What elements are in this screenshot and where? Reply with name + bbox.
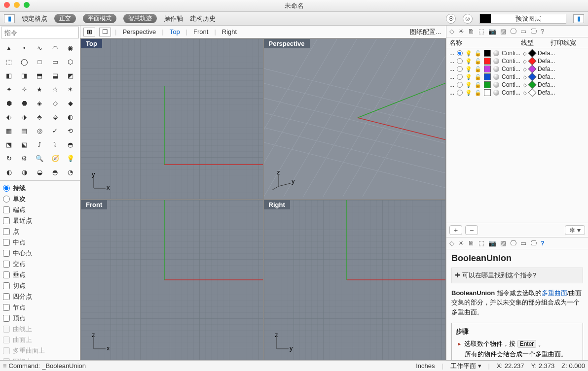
linetype[interactable]: Conti... <box>502 81 520 88</box>
tool-button-0[interactable]: ▲ <box>2 41 16 54</box>
lock-icon[interactable]: 🔓 <box>475 89 481 96</box>
view-perspective[interactable]: Perspective <box>120 28 158 35</box>
doc-icon[interactable]: 🗎 <box>468 28 475 35</box>
tool-button-2[interactable]: ∿ <box>33 41 46 54</box>
tool-button-43[interactable]: 🧭 <box>48 152 62 165</box>
bulb-icon[interactable]: 💡 <box>465 89 472 96</box>
osnap-10[interactable]: 顶点 <box>3 313 77 324</box>
sidebar-right-toggle[interactable]: ▮ <box>573 14 584 23</box>
cplane[interactable]: 工作平面 ▾ <box>450 362 481 371</box>
printwidth[interactable]: Defa... <box>538 89 555 96</box>
tool-button-21[interactable]: ⬣ <box>17 97 31 109</box>
lock-icon[interactable]: 🔓 <box>475 50 481 57</box>
lock-icon[interactable]: 🔓 <box>475 66 481 72</box>
bulb-icon[interactable]: 💡 <box>465 66 472 72</box>
polysurface-link[interactable]: 多重曲面 <box>542 289 567 297</box>
layer-current-radio[interactable] <box>457 58 463 64</box>
tool-button-10[interactable]: ◧ <box>2 69 16 82</box>
layer-row-1[interactable]: ... 💡 🔓 Conti...◇ Defa... <box>447 57 587 65</box>
printwidth[interactable]: Defa... <box>538 50 555 57</box>
tool-button-7[interactable]: □ <box>33 55 46 68</box>
viewport-title[interactable]: Front <box>81 200 107 209</box>
bulb-icon[interactable]: 💡 <box>465 50 472 57</box>
history-toggle[interactable]: 建构历史 <box>190 14 216 23</box>
monitor-icon[interactable]: 🖵 <box>530 239 537 247</box>
sun-icon[interactable]: ☀ <box>458 239 464 247</box>
add-layer-button[interactable]: + <box>449 225 462 235</box>
tool-button-36[interactable]: ⬕ <box>17 138 31 151</box>
box-icon[interactable]: ⬚ <box>478 28 484 35</box>
layer-current-radio[interactable] <box>457 90 463 96</box>
viewport-title[interactable]: Top <box>81 39 102 48</box>
tool-button-17[interactable]: ★ <box>33 83 46 96</box>
tool-button-47[interactable]: ◒ <box>33 166 46 178</box>
tool-button-31[interactable]: ▤ <box>17 124 31 137</box>
osnap-mode-1[interactable]: 单次 <box>3 194 77 204</box>
remove-layer-button[interactable]: − <box>465 225 478 235</box>
osnap-2[interactable]: 点 <box>3 226 77 237</box>
tool-button-4[interactable]: ◉ <box>64 41 77 54</box>
bulb-icon[interactable]: 💡 <box>465 58 472 65</box>
osnap-9[interactable]: 节点 <box>3 302 77 313</box>
tool-button-28[interactable]: ⬙ <box>48 110 62 123</box>
linetype[interactable]: Conti... <box>502 66 520 72</box>
linetype[interactable]: Conti... <box>502 89 520 96</box>
display-icon[interactable]: 🖵 <box>510 28 516 35</box>
osnap-8[interactable]: 四分点 <box>3 291 77 302</box>
viewport-top[interactable]: Top xy <box>81 39 263 199</box>
linetype[interactable]: Conti... <box>502 50 520 57</box>
print-color[interactable] <box>528 57 537 66</box>
material-ball[interactable] <box>493 74 499 80</box>
smarttrack-toggle[interactable]: 智慧轨迹 <box>123 14 157 23</box>
tool-button-27[interactable]: ⬘ <box>33 110 46 123</box>
print-color[interactable] <box>528 65 537 73</box>
help-where[interactable]: ✚ 可以在哪里找到这个指令? <box>451 268 583 283</box>
tool-button-23[interactable]: ◇ <box>48 97 62 109</box>
tool-button-30[interactable]: ▦ <box>2 124 16 137</box>
planar-toggle[interactable]: 平面模式 <box>83 14 116 23</box>
camera-icon[interactable]: 📷 <box>488 28 496 35</box>
color-swatch[interactable] <box>484 73 491 80</box>
render-icon[interactable]: ▨ <box>500 28 506 35</box>
help-icon[interactable]: ? <box>541 239 545 247</box>
lock-grid[interactable]: 锁定格点 <box>22 14 47 23</box>
grid-icon[interactable]: ▭ <box>520 239 526 247</box>
color-swatch[interactable] <box>484 66 491 72</box>
bulb-icon[interactable]: 💡 <box>465 81 472 88</box>
tool-button-19[interactable]: ✶ <box>64 83 77 96</box>
lock-icon[interactable]: 🔓 <box>475 58 481 65</box>
tool-button-40[interactable]: ↻ <box>2 152 16 165</box>
record-icon[interactable]: ⦿ <box>446 14 456 24</box>
view-top[interactable]: Top <box>168 28 182 35</box>
layer-current-radio[interactable] <box>457 66 463 72</box>
tool-button-39[interactable]: ◓ <box>64 138 77 151</box>
tool-button-49[interactable]: ◔ <box>64 166 77 178</box>
osnap-6[interactable]: 垂点 <box>3 270 77 280</box>
layer-row-2[interactable]: ... 💡 🔓 Conti...◇ Defa... <box>447 65 587 73</box>
tool-button-20[interactable]: ⬢ <box>2 97 16 109</box>
units[interactable]: Inches <box>416 362 435 370</box>
grid-icon[interactable]: ▭ <box>520 28 526 35</box>
doc-icon[interactable]: 🗎 <box>468 239 475 247</box>
viewport-layout-4[interactable]: ⊞ <box>83 28 95 36</box>
tool-button-42[interactable]: 🔍 <box>33 152 46 165</box>
viewport-front[interactable]: Front xz <box>81 200 263 360</box>
tool-button-22[interactable]: ◈ <box>33 97 46 109</box>
tool-button-18[interactable]: ☆ <box>48 83 62 96</box>
color-swatch[interactable] <box>484 50 491 57</box>
minimize-window[interactable] <box>14 2 20 8</box>
layer-row-5[interactable]: ... 💡 🔓 Conti...◇ Defa... <box>447 89 587 97</box>
osnap-7[interactable]: 切点 <box>3 280 77 291</box>
tool-button-13[interactable]: ⬓ <box>48 69 62 82</box>
material-ball[interactable] <box>493 50 499 56</box>
tool-button-6[interactable]: ◯ <box>17 55 31 68</box>
osnap-1[interactable]: 最近点 <box>3 215 77 226</box>
tool-button-32[interactable]: ◎ <box>33 124 46 137</box>
tool-button-37[interactable]: ⤴ <box>33 138 46 151</box>
lock-icon[interactable]: 🔓 <box>475 81 481 88</box>
tool-button-26[interactable]: ⬗ <box>17 110 31 123</box>
tool-button-33[interactable]: ✓ <box>48 124 62 137</box>
osnap-mode-0[interactable]: 持续 <box>3 183 77 194</box>
material-ball[interactable] <box>493 66 499 72</box>
material-ball[interactable] <box>493 58 499 64</box>
